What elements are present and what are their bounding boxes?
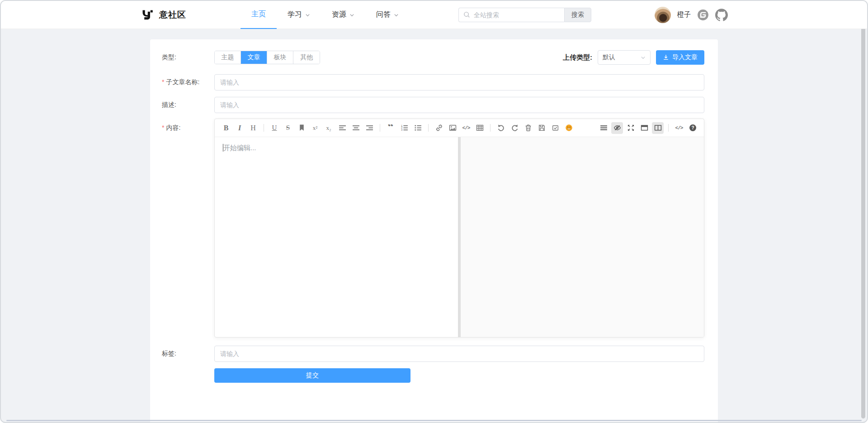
search-icon [463, 11, 470, 18]
article-name-label: *子文章名称: [162, 78, 214, 86]
submit-button[interactable]: 提交 [214, 368, 410, 383]
fullscreen-icon[interactable] [625, 122, 637, 134]
publish-form-card: 类型: 主题文章板块其他 上传类型: 默认 导入文章 *子文章名称: [150, 39, 718, 423]
gitee-icon[interactable] [697, 9, 709, 21]
tags-label: 标签: [162, 350, 214, 358]
vertical-scrollbar[interactable] [861, 2, 865, 418]
bold-icon[interactable]: B [220, 122, 232, 134]
markdown-editor: BIHUSx²x₂“123</></>? 开始编辑... [214, 119, 704, 337]
article-name-input[interactable] [214, 74, 704, 90]
submit-row: 提交 [162, 368, 704, 383]
content-label: *内容: [162, 119, 214, 132]
upload-type-value: 默认 [603, 53, 615, 62]
github-icon[interactable] [715, 9, 728, 21]
toolbar-separator [264, 124, 264, 132]
undo-icon[interactable] [495, 122, 507, 134]
global-search: 搜索 [458, 8, 591, 22]
navigation-icon[interactable] [598, 122, 609, 134]
trash-icon[interactable] [522, 122, 534, 134]
description-label: 描述: [162, 101, 214, 109]
mark-icon[interactable] [296, 122, 307, 134]
app-window: 意社区 主页学习资源问答 搜索 橙子 [0, 0, 868, 423]
preview-toggle-icon[interactable] [611, 122, 623, 134]
underline-icon[interactable]: U [269, 122, 280, 134]
type-option-文章[interactable]: 文章 [241, 51, 267, 64]
align-right-icon[interactable] [363, 122, 375, 134]
main-nav: 主页学习资源问答 [241, 1, 410, 29]
save-icon[interactable] [536, 122, 547, 134]
superscript-icon[interactable]: x² [309, 122, 321, 134]
type-row: 类型: 主题文章板块其他 上传类型: 默认 导入文章 [162, 50, 704, 65]
link-icon[interactable] [433, 122, 445, 134]
export-icon[interactable] [549, 122, 561, 134]
user-area: 橙子 [655, 7, 728, 23]
toolbar-separator [668, 124, 669, 132]
tags-row: 标签: [162, 346, 704, 362]
nav-item-资源[interactable]: 资源 [321, 1, 365, 29]
html-code-icon[interactable]: </> [673, 122, 685, 134]
table-icon[interactable] [474, 122, 486, 134]
subscript-icon[interactable]: x₂ [323, 122, 335, 134]
split-view-icon[interactable] [652, 122, 664, 134]
nav-item-label: 主页 [251, 10, 266, 19]
editor-placeholder: 开始编辑... [223, 144, 256, 152]
upload-group: 上传类型: 默认 导入文章 [563, 50, 704, 65]
align-center-icon[interactable] [350, 122, 362, 134]
username[interactable]: 橙子 [677, 10, 691, 19]
chevron-down-icon [394, 13, 399, 18]
help-icon[interactable]: ? [687, 122, 698, 134]
nav-item-label: 资源 [332, 10, 346, 19]
code-icon[interactable]: </> [460, 122, 472, 134]
type-segmented-control: 主题文章板块其他 [214, 51, 320, 64]
editor-input-pane[interactable]: 开始编辑... [215, 137, 458, 337]
editor-toolbar: BIHUSx²x₂“123</></>? [215, 119, 704, 137]
chevron-down-icon [305, 13, 310, 18]
upload-type-select[interactable]: 默认 [598, 50, 651, 65]
unordered-list-icon[interactable] [412, 122, 424, 134]
search-box[interactable] [458, 8, 564, 22]
align-left-icon[interactable] [336, 122, 348, 134]
read-model-icon[interactable] [638, 122, 650, 134]
toolbar-separator [490, 124, 491, 132]
nav-item-label: 学习 [288, 10, 302, 19]
toolbar-separator [380, 124, 380, 132]
toolbar-right-group: </>? [597, 122, 699, 134]
nav-item-label: 问答 [376, 10, 391, 19]
import-article-button[interactable]: 导入文章 [656, 50, 704, 65]
heading-icon[interactable]: H [247, 122, 259, 134]
chevron-down-icon [641, 55, 646, 60]
nav-item-home[interactable]: 主页 [241, 1, 277, 29]
svg-text:3: 3 [401, 128, 403, 131]
description-input[interactable] [214, 97, 704, 113]
nav-item-学习[interactable]: 学习 [277, 1, 321, 29]
search-button[interactable]: 搜索 [564, 8, 591, 22]
redo-icon[interactable] [509, 122, 520, 134]
type-label: 类型: [162, 53, 214, 62]
search-input[interactable] [474, 11, 560, 19]
required-asterisk: * [162, 124, 164, 131]
quote-icon[interactable]: “ [385, 122, 396, 134]
chevron-down-icon [349, 13, 354, 18]
type-option-主题[interactable]: 主题 [215, 51, 241, 64]
required-asterisk: * [162, 78, 164, 86]
brand[interactable]: 意社区 [141, 9, 186, 21]
site-title: 意社区 [159, 9, 186, 21]
nav-item-问答[interactable]: 问答 [365, 1, 410, 29]
strikethrough-icon[interactable]: S [282, 122, 294, 134]
article-name-row: *子文章名称: [162, 74, 704, 90]
editor-body: 开始编辑... [215, 137, 704, 337]
ordered-list-icon[interactable]: 123 [398, 122, 410, 134]
svg-text:?: ? [691, 125, 694, 130]
download-icon [663, 54, 669, 61]
emoji-icon[interactable] [563, 122, 575, 134]
yi-logo-icon [141, 9, 154, 21]
italic-icon[interactable]: I [234, 122, 245, 134]
type-option-其他[interactable]: 其他 [293, 51, 320, 64]
upload-type-label: 上传类型: [563, 53, 592, 62]
tags-input[interactable] [214, 346, 704, 362]
horizontal-scrollbar[interactable] [6, 420, 862, 421]
editor-preview-pane [461, 137, 704, 337]
type-option-板块[interactable]: 板块 [267, 51, 293, 64]
image-icon[interactable] [447, 122, 458, 134]
avatar[interactable] [655, 7, 671, 23]
